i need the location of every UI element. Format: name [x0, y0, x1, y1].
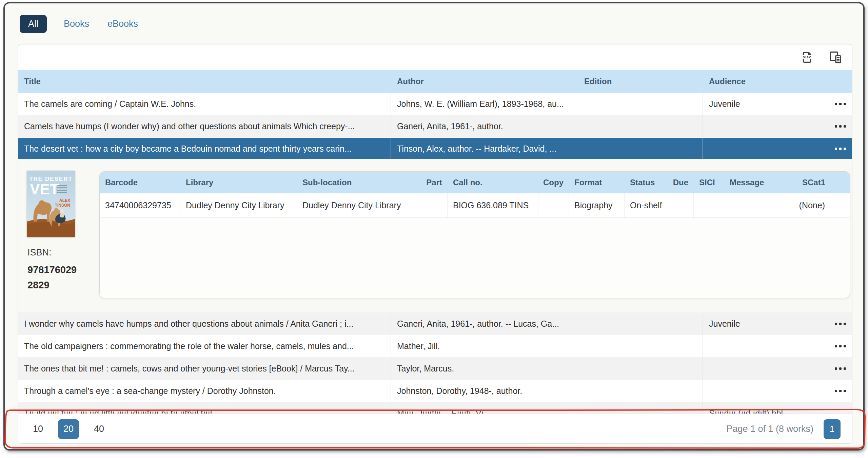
cell-audience: Juvenile: [703, 312, 828, 335]
ellipsis-icon: [835, 345, 846, 347]
holdings-header-barcode: Barcode: [100, 172, 180, 193]
page-size-selector: 10 20 40: [29, 419, 107, 439]
cell-audience: [703, 357, 828, 380]
column-header-audience: Audience: [703, 77, 828, 86]
xlsx-export-icon: xlsx: [800, 50, 814, 65]
holdings-header-row: Barcode Library Sub-location Part Call n…: [100, 172, 850, 193]
pagination-bar: 10 20 40 Page 1 of 1 (8 works) 1: [18, 414, 852, 444]
holdings-header-library: Library: [180, 172, 297, 193]
cell-author: Tinson, Alex, author. -- Hardaker, David…: [391, 138, 578, 159]
app-window: All Books eBooks xlsx: [3, 2, 865, 451]
isbn-value: 9781760292829: [27, 262, 79, 293]
results-header-row: Title Author Edition Audience: [18, 70, 852, 93]
result-tabs: All Books eBooks: [20, 15, 139, 33]
cell-edition: [578, 138, 703, 159]
tab-ebooks[interactable]: eBooks: [106, 15, 139, 33]
row-actions-button[interactable]: [828, 148, 852, 150]
cell-edition: [578, 357, 703, 380]
holdings-cell-sublocation: Dudley Denny City Library: [297, 193, 417, 217]
book-cover-image: THE DESERT VET ALEX TINSON: [27, 171, 75, 237]
page-size-10[interactable]: 10: [29, 422, 46, 436]
tab-books[interactable]: Books: [62, 15, 91, 33]
holdings-header-spacer: [838, 172, 850, 193]
row-actions-button[interactable]: [828, 390, 852, 392]
table-row-selected[interactable]: The desert vet : how a city boy became a…: [18, 137, 852, 160]
cell-title: Tıı ıld ııııl tıııı : ııı ııd lıttlı ııı…: [18, 402, 391, 414]
table-row[interactable]: The ones that bit me! : camels, cows and…: [18, 357, 852, 380]
table-row[interactable]: Camels have humps (I wonder why) and oth…: [18, 115, 852, 137]
clipped-row-viewport: Tıı ıld ııııl tıııı : ııı ııd lıttlı ııı…: [18, 402, 852, 414]
export-xlsx-button[interactable]: xlsx: [799, 50, 815, 65]
holdings-header-copy: Copy: [538, 172, 569, 193]
row-actions-button[interactable]: [828, 323, 852, 325]
screenshot: All Books eBooks xlsx: [0, 0, 868, 458]
holdings-header-format: Format: [569, 172, 625, 193]
ellipsis-icon: [835, 148, 846, 150]
table-row[interactable]: The old campaigners : commemorating the …: [18, 335, 852, 357]
cell-edition: [578, 93, 703, 115]
holdings-header-part: Part: [417, 172, 448, 193]
copy-columns-icon: [828, 50, 843, 65]
tab-all[interactable]: All: [20, 15, 47, 33]
column-header-edition: Edition: [578, 77, 703, 86]
column-settings-button[interactable]: [828, 50, 843, 65]
cell-edition: [578, 380, 703, 402]
holdings-cell-spacer: [838, 193, 850, 217]
cell-author: Mıııı, Jııııtlıı -- Eııııtı, Vı...: [391, 402, 578, 414]
holdings-header-due: Due: [672, 172, 694, 193]
cell-audience: [703, 138, 828, 159]
holdings-row: 34740006329735 Dudley Denny City Library…: [100, 193, 850, 218]
row-actions-button[interactable]: [828, 125, 852, 128]
table-row[interactable]: I wonder why camels have humps and other…: [18, 312, 852, 335]
svg-text:TINSON: TINSON: [55, 203, 70, 208]
cell-audience: [703, 380, 828, 402]
svg-text:xlsx: xlsx: [803, 55, 811, 59]
table-row-clipped[interactable]: Tıı ıld ııııl tıııı : ııı ııd lıttlı ııı…: [18, 402, 852, 414]
results-toolbar: xlsx: [18, 44, 852, 70]
pagination-status: Page 1 of 1 (8 works) 1: [726, 419, 841, 439]
cell-title: Camels have humps (I wonder why) and oth…: [18, 115, 391, 137]
table-row[interactable]: The camels are coming / Captain W.E. Joh…: [18, 93, 852, 115]
cell-title: The old campaigners : commemorating the …: [18, 335, 391, 357]
cell-author: Johnston, Dorothy, 1948-, author.: [391, 380, 578, 402]
holdings-header-sublocation: Sub-location: [297, 172, 417, 193]
cell-title: I wonder why camels have humps and other…: [18, 312, 391, 335]
page-size-40[interactable]: 40: [91, 422, 107, 436]
page-summary: Page 1 of 1 (8 works): [726, 424, 813, 434]
holdings-cell-scat1: (None): [788, 193, 838, 217]
cell-author: Ganeri, Anita, 1961-, author. -- Lucas, …: [391, 312, 578, 335]
cell-author: Taylor, Marcus.: [391, 357, 578, 380]
svg-text:VET: VET: [30, 181, 59, 197]
ellipsis-icon: [835, 367, 846, 370]
column-header-title: Title: [18, 77, 391, 86]
page-1-button[interactable]: 1: [824, 419, 841, 439]
cell-audience: Sııııdııı (ııd ıdılt) bbl...: [703, 402, 828, 414]
holdings-panel: Barcode Library Sub-location Part Call n…: [99, 171, 850, 298]
holdings-cell-message: [724, 193, 788, 217]
row-actions-button[interactable]: [828, 367, 852, 370]
cell-author: Johns, W. E. (William Earl), 1893-1968, …: [391, 93, 578, 115]
holdings-header-scat1: SCat1: [788, 172, 838, 193]
cell-edition: [578, 402, 703, 414]
expanded-record-detail: THE DESERT VET ALEX TINSON ISBN: 9781760…: [18, 160, 852, 312]
page-size-20[interactable]: 20: [58, 419, 79, 439]
table-row[interactable]: Through a camel's eye : a sea-change mys…: [18, 380, 852, 402]
cell-audience: Juvenile: [703, 93, 828, 115]
holdings-cell-format: Biography: [569, 193, 625, 217]
holdings-cell-due: [672, 193, 694, 217]
ellipsis-icon: [835, 103, 846, 105]
row-actions-button[interactable]: [828, 345, 852, 347]
holdings-cell-library: Dudley Denny City Library: [180, 193, 297, 217]
cell-audience: [703, 335, 828, 357]
holdings-header-status: Status: [625, 172, 672, 193]
ellipsis-icon: [835, 390, 846, 392]
cell-author: Mather, Jill.: [391, 335, 578, 357]
cell-edition: [578, 312, 703, 335]
cell-title: Through a camel's eye : a sea-change mys…: [18, 380, 391, 402]
holdings-cell-copy: [538, 193, 569, 217]
holdings-header-message: Message: [724, 172, 788, 193]
holdings-cell-part: [417, 193, 448, 217]
holdings-cell-callno: BIOG 636.089 TINS: [448, 193, 538, 217]
ellipsis-icon: [835, 125, 846, 128]
row-actions-button[interactable]: [828, 103, 852, 105]
